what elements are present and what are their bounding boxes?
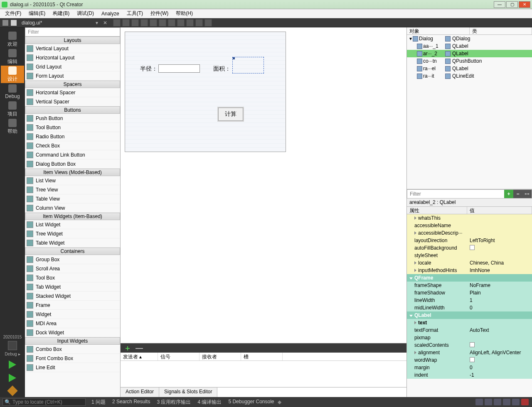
remove-signal-icon[interactable]: — [135,344,143,353]
prop-value[interactable]: Chinese, China [467,260,532,266]
layout-v-icon[interactable] [159,19,166,27]
object-tree-row[interactable]: aa···_1QLabel [407,42,532,50]
tab-close-icon[interactable]: ✕ [101,20,110,26]
widget-item[interactable]: Vertical Spacer [25,97,120,106]
mode-项目[interactable]: 项目 [1,101,24,118]
widget-item[interactable]: Scroll Area [25,264,120,273]
layout-hsplit-icon[interactable] [168,19,175,27]
widget-item[interactable]: Horizontal Spacer [25,88,120,97]
canvas-scroll[interactable]: 半径： 面积： 计算 [121,27,406,343]
property-row[interactable]: QFrame [407,274,532,282]
menu-item[interactable]: 编辑(E) [25,9,49,18]
property-row[interactable]: lineWidth1 [407,297,532,304]
layout-h-icon[interactable] [150,19,157,27]
menu-item[interactable]: Analyze [98,10,123,17]
edit-signals-icon[interactable] [122,19,130,27]
checkbox-icon[interactable] [470,245,475,250]
output-pane-button[interactable]: 4 编译输出 [197,399,222,406]
output-pane-button[interactable]: 3 应用程序输出 [157,399,191,406]
widget-group-header[interactable]: Layouts [25,37,120,44]
prop-value[interactable]: NoFrame [467,282,532,288]
widget-item[interactable]: Tree View [25,185,120,194]
widget-item[interactable]: Grid Layout [25,62,120,71]
mode-Debug[interactable]: Debug [1,83,24,101]
widget-item[interactable]: List View [25,176,120,185]
property-filter-input[interactable] [407,191,504,197]
widget-item[interactable]: Frame [25,301,120,310]
add-property-icon[interactable]: + [504,190,513,198]
prop-value[interactable]: Plain [467,290,532,296]
output-chevron-icon[interactable]: ◆ [278,399,281,405]
output-pane-button[interactable]: 5 Debugger Console [228,399,274,406]
edit-buddies-icon[interactable] [131,19,139,27]
widget-item[interactable]: Stacked Widget [25,292,120,301]
property-row[interactable]: accessibleDescrip··· [407,229,532,237]
edit-widgets-icon[interactable] [113,19,121,27]
property-row[interactable]: autoFillBackground [407,244,532,252]
lineedit-radius[interactable] [158,64,200,73]
break-layout-icon[interactable] [204,19,212,27]
prop-value[interactable]: 1 [467,297,532,303]
sb-progress-icon[interactable] [512,399,520,405]
widget-item[interactable]: Tool Box [25,273,120,282]
prop-value[interactable]: AlignLeft, AlignVCenter [467,350,532,356]
objtree-col-object[interactable]: 对象 [407,27,470,34]
property-row[interactable]: alignmentAlignLeft, AlignVCenter [407,349,532,356]
widget-item[interactable]: Form Layout [25,71,120,81]
signals-col[interactable]: 接收者 [200,353,241,360]
widget-group-header[interactable]: Item Widgets (Item-Based) [25,213,120,220]
widget-item[interactable]: Table Widget [25,238,120,248]
widget-item[interactable]: Dock Widget [25,328,120,337]
nav-back-icon[interactable] [2,20,8,26]
property-row[interactable]: midLineWidth0 [407,304,532,311]
layout-grid-icon[interactable] [186,19,194,27]
sb-pane1-icon[interactable] [475,399,483,405]
close-button[interactable]: ✕ [519,1,530,8]
prop-value[interactable]: 0 [467,305,532,311]
widget-group-header[interactable]: Item Views (Model-Based) [25,169,120,176]
minimize-button[interactable]: — [494,1,505,8]
widget-item[interactable]: Table View [25,194,120,204]
widget-item[interactable]: Push Button [25,114,120,123]
widget-item[interactable]: Combo Box [25,345,120,354]
checkbox-icon[interactable] [470,342,475,347]
prop-value[interactable]: 0 [467,365,532,370]
menu-item[interactable]: 调试(D) [74,9,97,18]
widget-item[interactable]: Vertical Layout [25,44,120,53]
widget-item[interactable]: Tree Widget [25,229,120,238]
output-pane-button[interactable]: 1 问题 [91,399,106,406]
mode-编辑[interactable]: 编辑 [1,48,24,66]
object-tree-row[interactable]: ▾ DialogQDialog [407,35,532,42]
widget-item[interactable]: Group Box [25,255,120,264]
object-tree-row[interactable]: ra···itQLineEdit [407,72,532,80]
widget-group-header[interactable]: Spacers [25,81,120,88]
property-row[interactable]: scaledContents [407,341,532,349]
property-row[interactable]: localeChinese, China [407,259,532,267]
widget-item[interactable]: Horizontal Layout [25,53,120,62]
mode-欢迎[interactable]: 欢迎 [1,31,24,48]
mode-设计[interactable]: 设计 [1,66,24,83]
prop-col-value[interactable]: 值 [467,207,532,214]
menu-item[interactable]: 控件(W) [147,9,172,18]
objtree-col-class[interactable]: 类 [470,27,532,34]
signals-col[interactable]: 槽 [241,353,283,360]
property-row[interactable]: inputMethodHintsImhNone [407,267,532,274]
label-radius[interactable]: 半径： [140,65,158,73]
pushbutton-compute[interactable]: 计算 [218,108,243,121]
remove-property-icon[interactable]: − [513,190,522,198]
selection-handles[interactable] [232,57,264,74]
widget-item[interactable]: Tool Button [25,123,120,132]
prop-col-name[interactable]: 属性 [407,207,467,214]
property-row[interactable]: accessibleName [407,222,532,229]
widget-item[interactable]: List Widget [25,220,120,229]
layout-vsplit-icon[interactable] [177,19,185,27]
menu-item[interactable]: 构建(B) [49,9,73,18]
widget-item[interactable]: Tab Widget [25,282,120,292]
prop-value[interactable]: ImhNone [467,267,532,273]
widget-item[interactable]: MDI Area [25,319,120,328]
property-row[interactable]: frameShapeNoFrame [407,282,532,289]
property-row[interactable]: indent-1 [407,371,532,379]
widget-group-header[interactable]: Buttons [25,106,120,114]
prop-value[interactable] [467,357,532,363]
widget-item[interactable]: Column View [25,204,120,213]
